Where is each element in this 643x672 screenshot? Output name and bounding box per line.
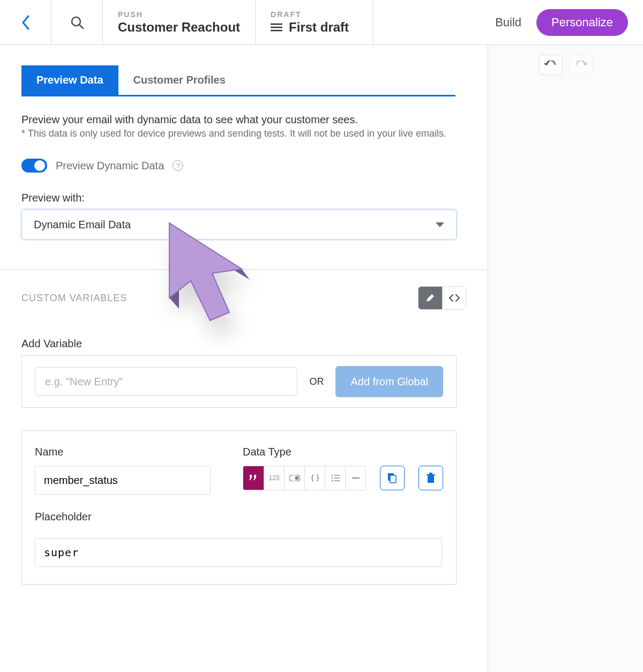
list-icon bbox=[331, 474, 340, 482]
type-list-button[interactable] bbox=[325, 466, 345, 490]
help-icon[interactable]: ? bbox=[173, 160, 183, 171]
add-variable-input[interactable] bbox=[35, 367, 297, 396]
intro-line-1: Preview your email with dynamic data to … bbox=[21, 114, 466, 126]
preview-with-value: Dynamic Email Data bbox=[34, 219, 131, 231]
data-type-label: Data Type bbox=[243, 446, 443, 458]
variable-card: Name Data Type 123 bbox=[21, 430, 457, 585]
menu-icon bbox=[271, 23, 282, 32]
preview-dynamic-label: Preview Dynamic Data bbox=[56, 160, 164, 172]
svg-point-11 bbox=[331, 480, 333, 482]
copy-variable-button[interactable] bbox=[380, 466, 405, 490]
svg-rect-15 bbox=[390, 475, 396, 483]
topbar: PUSH Customer Reachout DRAFT First draft… bbox=[0, 0, 643, 45]
svg-rect-17 bbox=[427, 474, 435, 475]
chevron-down-icon bbox=[436, 222, 444, 227]
edit-mode-button[interactable] bbox=[418, 287, 442, 309]
draft-breadcrumb[interactable]: DRAFT First draft bbox=[256, 0, 373, 44]
delete-variable-button[interactable] bbox=[418, 466, 443, 490]
svg-line-1 bbox=[79, 25, 83, 28]
minus-icon bbox=[352, 477, 360, 479]
add-variable-label: Add Variable bbox=[21, 338, 466, 350]
svg-rect-16 bbox=[428, 475, 434, 483]
svg-point-7 bbox=[331, 475, 333, 476]
intro-line-2: * This data is only used for device prev… bbox=[21, 128, 466, 139]
type-boolean-button[interactable] bbox=[284, 466, 304, 490]
code-icon bbox=[448, 294, 460, 302]
type-object-button[interactable] bbox=[304, 466, 325, 490]
trash-icon bbox=[426, 473, 436, 483]
tab-customer-profiles[interactable]: Customer Profiles bbox=[118, 65, 241, 95]
search-icon bbox=[70, 15, 85, 30]
quote-icon bbox=[249, 475, 258, 481]
svg-point-6 bbox=[295, 476, 298, 480]
toggle-icon bbox=[289, 475, 300, 481]
push-breadcrumb[interactable]: PUSH Customer Reachout bbox=[103, 0, 256, 44]
add-variable-row: OR Add from Global bbox=[21, 355, 457, 408]
svg-rect-18 bbox=[429, 473, 432, 474]
variable-name-input[interactable] bbox=[35, 466, 211, 495]
undo-icon bbox=[544, 61, 557, 69]
right-rail bbox=[488, 45, 643, 672]
personalize-button[interactable]: Personalize bbox=[536, 9, 628, 36]
tab-preview-data[interactable]: Preview Data bbox=[21, 65, 118, 95]
custom-variables-title: CUSTOM VARIABLES bbox=[21, 293, 127, 304]
copy-icon bbox=[387, 473, 397, 483]
type-null-button[interactable] bbox=[345, 466, 365, 490]
add-from-global-button[interactable]: Add from Global bbox=[335, 366, 443, 397]
or-label: OR bbox=[309, 376, 324, 387]
pencil-icon bbox=[425, 293, 435, 303]
svg-point-9 bbox=[331, 477, 333, 479]
code-mode-button[interactable] bbox=[442, 287, 466, 309]
preview-with-label: Preview with: bbox=[21, 192, 466, 204]
type-number-button[interactable]: 123 bbox=[264, 466, 284, 490]
data-type-segmented: 123 bbox=[243, 466, 366, 490]
push-eyebrow: PUSH bbox=[118, 10, 143, 19]
view-mode-segmented bbox=[418, 286, 466, 310]
main-panel: Preview Data Customer Profiles Preview y… bbox=[0, 45, 488, 672]
preview-dynamic-toggle[interactable] bbox=[21, 159, 47, 173]
search-button[interactable] bbox=[51, 0, 103, 44]
draft-title: First draft bbox=[289, 20, 349, 35]
preview-with-select[interactable]: Dynamic Email Data bbox=[21, 210, 457, 240]
push-title: Customer Reachout bbox=[118, 20, 240, 35]
name-label: Name bbox=[35, 446, 211, 458]
redo-icon bbox=[574, 61, 587, 69]
back-button[interactable] bbox=[0, 0, 51, 44]
draft-eyebrow: DRAFT bbox=[271, 10, 301, 19]
build-link[interactable]: Build bbox=[495, 16, 521, 29]
redo-button[interactable] bbox=[569, 55, 593, 75]
tabs: Preview Data Customer Profiles bbox=[21, 65, 455, 96]
chevron-left-icon bbox=[21, 14, 31, 31]
undo-button[interactable] bbox=[539, 55, 563, 75]
type-string-button[interactable] bbox=[243, 466, 264, 490]
braces-icon bbox=[311, 474, 319, 482]
placeholder-input[interactable] bbox=[35, 538, 442, 567]
placeholder-label: Placeholder bbox=[35, 511, 443, 523]
